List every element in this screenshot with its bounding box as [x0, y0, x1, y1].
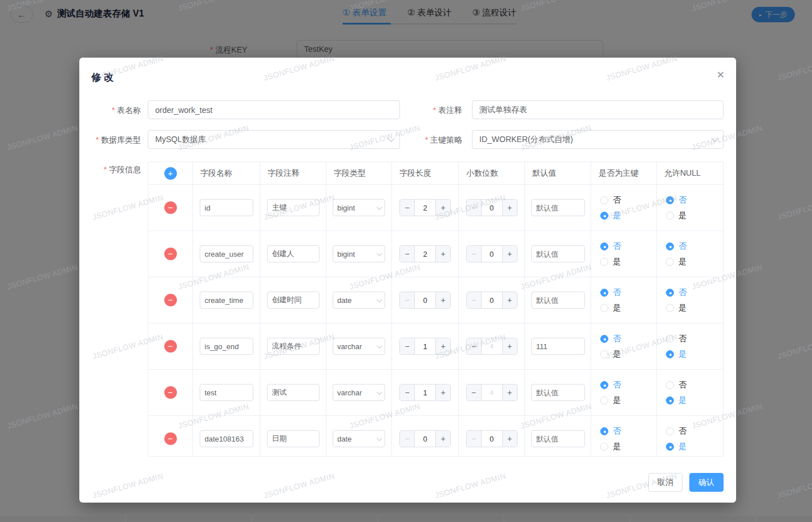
remove-field-button[interactable]: − [164, 248, 177, 260]
pk-strategy-select[interactable]: ID_WORKER(分布式自增) [472, 130, 724, 149]
table-comment-input[interactable] [472, 100, 724, 119]
field-type-select[interactable]: date [333, 430, 385, 447]
field-type-select[interactable]: varchar [333, 384, 385, 401]
field-name-input[interactable] [200, 292, 253, 309]
field-comment-input[interactable] [267, 199, 320, 216]
allow-null-yes-radio[interactable]: 是 [666, 257, 686, 267]
allow-null-yes-radio[interactable]: 是 [666, 395, 686, 406]
edit-dialog: 修 改 ✕ 表名称 表注释 数据库类型 MySQL数据库 主键策略 ID_WOR… [79, 58, 736, 503]
default-value-input[interactable] [531, 199, 585, 216]
primary-key-yes-radio[interactable]: 是 [600, 395, 621, 406]
default-value-input[interactable] [531, 245, 585, 262]
decrement-button[interactable]: − [400, 431, 415, 447]
decrement-button[interactable]: − [467, 338, 482, 354]
increment-button[interactable]: + [502, 338, 517, 354]
field-type-value: date [337, 435, 352, 443]
table-name-input[interactable] [148, 100, 400, 119]
dialog-title: 修 改 [91, 71, 114, 84]
primary-key-yes-radio[interactable]: 是 [600, 442, 621, 452]
primary-key-no-radio[interactable]: 否 [600, 426, 621, 436]
primary-key-yes-radio[interactable]: 是 [600, 349, 621, 359]
field-comment-input[interactable] [267, 384, 320, 401]
decimal-digits-value: 4 [482, 385, 502, 400]
remove-field-button[interactable]: − [164, 340, 177, 353]
column-header: 是否为主键 [591, 162, 657, 184]
radio-icon [600, 196, 608, 204]
allow-null-yes-radio[interactable]: 是 [666, 211, 686, 221]
field-name-input[interactable] [200, 245, 253, 262]
increment-button[interactable]: + [435, 431, 450, 447]
primary-key-yes-radio[interactable]: 是 [600, 257, 621, 267]
decrement-button[interactable]: − [467, 292, 482, 308]
increment-button[interactable]: + [502, 246, 517, 262]
primary-key-no-radio[interactable]: 否 [600, 334, 621, 344]
allow-null-no-radio[interactable]: 否 [666, 288, 686, 298]
primary-key-no-radio[interactable]: 否 [600, 380, 621, 390]
remove-field-button[interactable]: − [164, 294, 177, 306]
decrement-button[interactable]: − [400, 338, 415, 354]
primary-key-yes-radio[interactable]: 是 [600, 211, 621, 221]
field-length-value: 1 [415, 385, 435, 400]
db-type-select[interactable]: MySQL数据库 [148, 130, 400, 149]
add-field-button[interactable]: + [164, 167, 177, 180]
field-type-select[interactable]: bigint [333, 245, 385, 262]
confirm-button[interactable]: 确认 [689, 473, 724, 492]
cancel-button[interactable]: 取消 [648, 473, 682, 492]
increment-button[interactable]: + [502, 200, 517, 216]
increment-button[interactable]: + [435, 385, 450, 400]
increment-button[interactable]: + [502, 292, 517, 308]
increment-button[interactable]: + [435, 246, 450, 262]
radio-icon [600, 258, 608, 266]
field-comment-input[interactable] [267, 292, 320, 309]
decrement-button[interactable]: − [400, 200, 415, 216]
allow-null-no-radio[interactable]: 否 [666, 195, 686, 205]
field-type-select[interactable]: date [333, 292, 385, 309]
decrement-button[interactable]: − [400, 292, 415, 308]
decrement-button[interactable]: − [467, 385, 482, 400]
remove-field-button[interactable]: − [164, 432, 177, 445]
remove-field-button[interactable]: − [164, 386, 177, 399]
field-type-select[interactable]: bigint [333, 199, 385, 216]
allow-null-radio-group: 否 是 [657, 426, 686, 452]
default-value-input[interactable] [531, 430, 585, 447]
primary-key-no-radio[interactable]: 否 [600, 241, 621, 252]
allow-null-no-radio[interactable]: 否 [666, 380, 686, 390]
increment-button[interactable]: + [435, 292, 450, 308]
allow-null-no-radio[interactable]: 否 [666, 426, 686, 436]
radio-icon [666, 396, 674, 404]
allow-null-yes-radio[interactable]: 是 [666, 303, 686, 313]
decrement-button[interactable]: − [467, 246, 482, 262]
field-type-value: bigint [337, 250, 355, 258]
primary-key-yes-radio[interactable]: 是 [600, 303, 621, 313]
field-name-input[interactable] [200, 384, 253, 401]
remove-field-button[interactable]: − [164, 201, 177, 214]
field-type-value: date [337, 296, 352, 305]
increment-button[interactable]: + [502, 385, 517, 400]
field-name-input[interactable] [200, 430, 253, 447]
allow-null-yes-radio[interactable]: 是 [666, 442, 686, 452]
primary-key-no-radio[interactable]: 否 [600, 195, 621, 205]
field-name-input[interactable] [200, 338, 253, 355]
increment-button[interactable]: + [435, 200, 450, 216]
decimal-digits-stepper: − 0 + [466, 199, 518, 216]
field-type-select[interactable]: varchar [333, 338, 385, 355]
primary-key-no-radio[interactable]: 否 [600, 288, 621, 298]
default-value-input[interactable] [531, 292, 585, 309]
decrement-button[interactable]: − [467, 200, 482, 216]
allow-null-no-radio[interactable]: 否 [666, 241, 686, 252]
field-name-input[interactable] [200, 199, 253, 216]
close-icon[interactable]: ✕ [717, 70, 725, 80]
decrement-button[interactable]: − [467, 431, 482, 447]
allow-null-no-radio[interactable]: 否 [666, 334, 686, 344]
increment-button[interactable]: + [502, 431, 517, 447]
default-value-input[interactable] [531, 384, 585, 401]
increment-button[interactable]: + [435, 338, 450, 354]
default-value-input[interactable] [531, 338, 585, 355]
field-comment-input[interactable] [267, 338, 320, 355]
field-comment-input[interactable] [267, 245, 320, 262]
decrement-button[interactable]: − [400, 246, 415, 262]
allow-null-yes-radio[interactable]: 是 [666, 349, 686, 359]
field-comment-input[interactable] [267, 430, 320, 447]
radio-icon [666, 427, 674, 435]
decrement-button[interactable]: − [400, 385, 415, 400]
